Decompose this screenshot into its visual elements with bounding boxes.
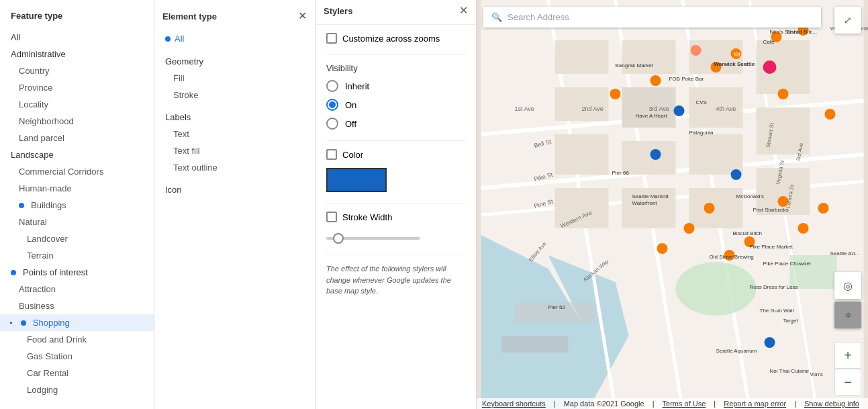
off-radio[interactable] [326, 118, 338, 130]
zoom-out-button[interactable]: − [834, 369, 861, 396]
map-svg: 4th Ave 3rd Ave 2nd Ave 1st Ave Bell St … [477, 0, 868, 409]
keyboard-shortcuts[interactable]: Keyboard shortcuts [482, 400, 546, 408]
location-button[interactable]: ◎ [834, 272, 861, 299]
divider-3 [326, 203, 465, 203]
feature-item-attraction[interactable]: Attraction [0, 281, 154, 298]
visibility-on[interactable]: On [326, 99, 465, 111]
element-item-text[interactable]: Text [154, 126, 315, 142]
svg-point-55 [674, 105, 685, 116]
feature-item-country[interactable]: Country [0, 62, 154, 79]
feature-item-terrain[interactable]: Terrain [0, 247, 154, 264]
divider-1 [326, 54, 465, 55]
customize-label: Customize across zooms [342, 34, 440, 44]
feature-item-points-of-interest[interactable]: Points of interest [0, 264, 154, 281]
svg-text:Pike Place Chowder: Pike Place Chowder [763, 261, 812, 267]
report-map-error[interactable]: Report a map error [724, 400, 786, 408]
element-panel-title: Element type [162, 11, 217, 21]
svg-text:Target: Target [783, 318, 799, 324]
debug-button[interactable]: ⚙ [834, 302, 861, 328]
map-data: Map data ©2021 Google [564, 400, 644, 408]
poi-dot [11, 270, 16, 275]
feature-item-gas-station[interactable]: Gas Station [0, 348, 154, 365]
svg-point-42 [691, 45, 702, 56]
element-panel-header: Element type ✕ [154, 5, 315, 30]
element-item-all[interactable]: All [154, 30, 315, 48]
element-section-geometry[interactable]: Geometry [154, 53, 315, 70]
svg-text:2nd Ave: 2nd Ave [582, 105, 604, 112]
feature-item-food-and-drink[interactable]: Food and Drink [0, 331, 154, 348]
zoom-in-button[interactable]: + [834, 342, 861, 369]
feature-item-land-parcel[interactable]: Land parcel [0, 130, 154, 146]
search-placeholder: Search Address [508, 12, 569, 22]
separator-1: | [554, 400, 556, 408]
svg-point-59 [763, 60, 777, 74]
feature-item-shopping[interactable]: Shopping [0, 314, 154, 331]
element-type-panel: Element type ✕ All Geometry Fill Stroke … [154, 0, 316, 409]
svg-text:Pike Place Market: Pike Place Market [750, 244, 793, 250]
feature-item-natural[interactable]: Natural [0, 214, 154, 230]
slider-thumb[interactable] [333, 233, 344, 244]
element-item-fill[interactable]: Fill [154, 70, 315, 87]
svg-text:1st Ave: 1st Ave [515, 105, 534, 112]
customize-checkbox[interactable] [326, 33, 337, 44]
color-swatch[interactable] [326, 168, 387, 192]
fullscreen-button[interactable]: ⤢ [834, 7, 861, 34]
feature-item-car-rental[interactable]: Car Rental [0, 365, 154, 381]
color-checkbox[interactable] [326, 149, 337, 160]
svg-rect-23 [689, 188, 743, 228]
feature-item-neighborhood[interactable]: Neighborhood [0, 113, 154, 130]
feature-item-business[interactable]: Business [0, 298, 154, 314]
separator-4: | [794, 400, 796, 408]
svg-text:Warwick Seattle: Warwick Seattle [714, 61, 755, 67]
svg-rect-13 [555, 87, 609, 121]
svg-text:Biscuit Bitch: Biscuit Bitch [733, 230, 763, 236]
feature-item-all[interactable]: All [0, 29, 154, 46]
svg-text:Von's: Von's [810, 371, 823, 377]
visibility-off[interactable]: Off [326, 118, 465, 130]
separator-3: | [714, 400, 716, 408]
svg-point-48 [798, 223, 809, 234]
feature-item-landcover[interactable]: Landcover [0, 230, 154, 247]
stroke-width-checkbox[interactable] [326, 212, 337, 222]
slider-container [326, 230, 465, 246]
svg-text:Waterfront: Waterfront [632, 200, 658, 206]
feature-item-locality[interactable]: Locality [0, 96, 154, 113]
element-section-labels[interactable]: Labels [154, 109, 315, 126]
visibility-label: Visibility [326, 63, 465, 73]
shopping-dot [21, 320, 26, 326]
svg-point-46 [825, 109, 836, 120]
stylers-title: Stylers [324, 6, 352, 16]
visibility-inherit[interactable]: Inherit [326, 80, 465, 92]
feature-item-lodging[interactable]: Lodging [0, 381, 154, 398]
show-debug[interactable]: Show debug info [804, 400, 859, 408]
feature-panel-title: Feature type [0, 5, 154, 29]
stroke-width-row: Stroke Width [326, 212, 465, 222]
inherit-radio[interactable] [326, 80, 338, 92]
feature-item-buildings[interactable]: Buildings [0, 197, 154, 214]
svg-text:Bangrak Market: Bangrak Market [616, 62, 654, 69]
element-item-text-fill[interactable]: Text fill [154, 142, 315, 159]
element-item-stroke[interactable]: Stroke [154, 87, 315, 103]
feature-item-administrative[interactable]: Administrative [0, 46, 154, 62]
svg-text:Seattle Marriott: Seattle Marriott [632, 193, 669, 199]
terms-of-use[interactable]: Terms of Use [663, 400, 706, 408]
zoom-controls: + − [834, 342, 861, 396]
svg-text:McDonald's: McDonald's [736, 193, 765, 199]
feature-item-commercial-corridors[interactable]: Commercial Corridors [0, 163, 154, 180]
on-radio[interactable] [326, 99, 338, 111]
stylers-close-button[interactable]: ✕ [459, 5, 468, 16]
stylers-panel: Stylers ✕ Customize across zooms Visibil… [316, 0, 477, 409]
element-item-text-outline[interactable]: Text outline [154, 159, 315, 176]
element-item-icon[interactable]: Icon [154, 181, 315, 198]
search-icon: 🔍 [491, 12, 502, 22]
svg-point-52 [704, 203, 715, 214]
customize-row: Customize across zooms [326, 33, 465, 44]
element-panel-close[interactable]: ✕ [298, 11, 307, 21]
feature-item-province[interactable]: Province [0, 79, 154, 96]
feature-item-human-made[interactable]: Human-made [0, 180, 154, 197]
feature-item-landscape[interactable]: Landscape [0, 146, 154, 163]
svg-text:🍽: 🍽 [734, 51, 740, 58]
svg-rect-10 [555, 40, 609, 74]
stroke-width-label: Stroke Width [342, 212, 392, 222]
svg-rect-17 [555, 134, 609, 175]
